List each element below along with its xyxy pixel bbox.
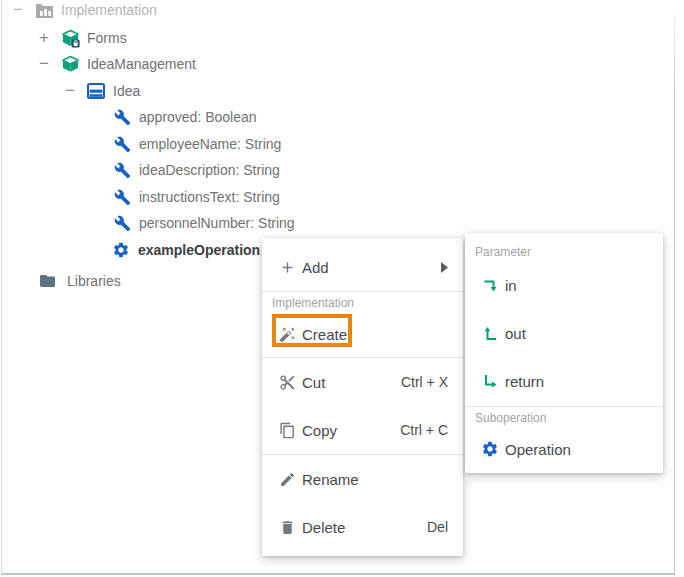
submenu-arrow-icon [441, 262, 448, 273]
submenu-item-in[interactable]: in [465, 261, 663, 309]
menu-shortcut: Ctrl + X [401, 374, 448, 390]
submenu-item-out[interactable]: out [465, 309, 663, 357]
menu-divider [262, 291, 463, 292]
expander-plus-icon[interactable]: + [36, 25, 52, 51]
tree-item-label: exampleOperation [138, 242, 260, 258]
menu-shortcut: Del [427, 519, 448, 535]
tree-item-libraries[interactable]: Libraries [2, 268, 121, 294]
wrench-icon [112, 109, 132, 126]
wrench-icon [112, 162, 132, 179]
menu-item-label: Rename [302, 471, 359, 488]
arrow-in-icon [481, 276, 499, 294]
menu-item-label: Operation [505, 441, 571, 458]
tree-item-label: Forms [87, 30, 127, 46]
gear-icon [111, 241, 131, 259]
menu-item-label: out [505, 325, 526, 342]
context-menu: Add Implementation Create Cut Ctrl + X C… [262, 238, 463, 556]
wrench-icon [112, 189, 132, 206]
wrench-icon [112, 215, 132, 232]
entity-icon [86, 83, 106, 99]
tree-item-label: approved: Boolean [139, 109, 257, 125]
scissors-icon [278, 374, 296, 391]
arrow-out-icon [481, 324, 499, 342]
folder-icon [37, 272, 58, 290]
expander-minus-icon[interactable]: − [62, 78, 78, 104]
menu-item-label: Delete [302, 519, 345, 536]
tree-item-personnelnumber[interactable]: personnelNumber: String [2, 210, 295, 236]
tree-item-ideamanagement[interactable]: − IdeaManagement [2, 51, 196, 77]
tree-item-ideadescription[interactable]: ideaDescription: String [2, 157, 280, 183]
wrench-icon [112, 136, 132, 153]
package-icon [60, 55, 80, 73]
tree-item-implementation[interactable]: − Implementation [2, 0, 157, 23]
tree-item-label: Implementation [61, 2, 157, 18]
menu-item-label: return [505, 373, 544, 390]
pencil-icon [278, 471, 296, 488]
menu-item-delete[interactable]: Delete Del [262, 503, 463, 551]
menu-item-add[interactable]: Add [262, 243, 463, 291]
menu-item-rename[interactable]: Rename [262, 455, 463, 503]
menu-divider [465, 406, 663, 407]
tree-item-idea[interactable]: − Idea [2, 78, 140, 104]
menu-item-label: Cut [302, 374, 325, 391]
tree-item-employeename[interactable]: employeeName: String [2, 131, 281, 157]
menu-item-label: Create [302, 326, 347, 343]
menu-section-implementation: Implementation [262, 293, 463, 313]
add-submenu: Parameter in out return Suboperation Ope… [465, 233, 663, 473]
arrow-return-icon [481, 372, 499, 390]
panel-edge-fade [672, 0, 675, 90]
menu-item-label: in [505, 277, 517, 294]
tree-item-instructionstext[interactable]: instructionsText: String [2, 184, 280, 210]
menu-item-copy[interactable]: Copy Ctrl + C [262, 406, 463, 454]
submenu-section-parameter: Parameter [465, 242, 663, 262]
tree-item-label: instructionsText: String [139, 189, 280, 205]
tree-item-approved[interactable]: approved: Boolean [2, 104, 257, 130]
package-lock-icon [60, 29, 80, 48]
tree-item-exampleoperation[interactable]: exampleOperation [2, 237, 260, 263]
trash-icon [278, 519, 296, 536]
magic-wand-icon [278, 326, 296, 343]
project-icon [34, 3, 54, 18]
tree-item-label: ideaDescription: String [139, 162, 280, 178]
menu-item-label: Copy [302, 422, 337, 439]
submenu-section-suboperation: Suboperation [465, 408, 663, 428]
menu-item-create[interactable]: Create [262, 312, 463, 356]
tree-item-label: Idea [113, 83, 140, 99]
expander-minus-icon[interactable]: − [10, 0, 26, 23]
expander-minus-icon[interactable]: − [36, 51, 52, 77]
tree-item-label: IdeaManagement [87, 56, 196, 72]
menu-item-label: Add [302, 259, 329, 276]
submenu-item-return[interactable]: return [465, 357, 663, 405]
copy-icon [278, 422, 296, 439]
tree-item-label: employeeName: String [139, 136, 281, 152]
submenu-item-operation[interactable]: Operation [465, 427, 663, 471]
menu-shortcut: Ctrl + C [400, 422, 448, 438]
tree-item-forms[interactable]: + Forms [2, 25, 127, 51]
tree-item-label: Libraries [67, 273, 121, 289]
menu-item-cut[interactable]: Cut Ctrl + X [262, 358, 463, 406]
gear-icon [481, 440, 499, 458]
tree-item-label: personnelNumber: String [139, 215, 295, 231]
plus-icon [278, 259, 296, 276]
